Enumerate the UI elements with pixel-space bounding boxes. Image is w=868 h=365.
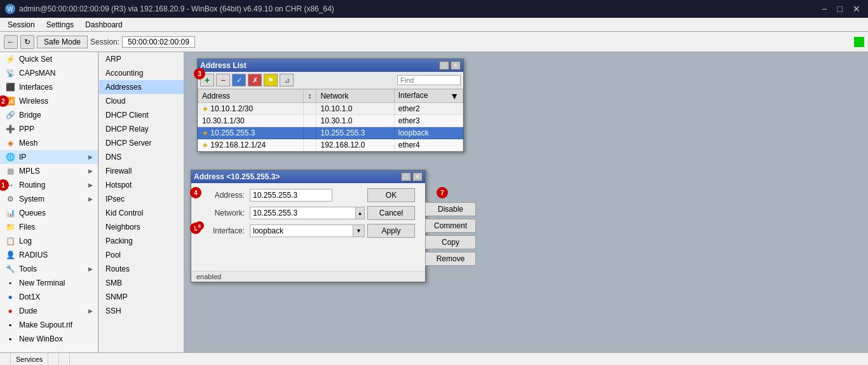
addr-comment-button[interactable]: ⚑ (264, 74, 278, 86)
interface-dropdown-arrow[interactable]: 6 ▼ (353, 224, 365, 237)
sidebar-item-quick-set[interactable]: ⚡ Quick Set (0, 52, 98, 66)
col-sort[interactable]: ↕ (304, 90, 316, 103)
table-row[interactable]: ★ 192.168.12.1/24 192.168.12.0 ether4 (198, 139, 463, 151)
apply-button[interactable]: Apply (367, 224, 415, 238)
sidebar-item-tools[interactable]: 🔧 Tools ▶ (0, 262, 98, 276)
toolbar: ← ↻ Safe Mode Session: 50:00:00:02:00:09 (0, 32, 868, 52)
minimize-button[interactable]: − (819, 4, 829, 14)
col-interface[interactable]: Interface ▼ (394, 90, 463, 103)
submenu-ipsec[interactable]: IPsec (99, 192, 184, 206)
addr-list-minimize[interactable]: □ (439, 61, 449, 70)
address-table: Address ↕ Network Interface ▼ (198, 89, 463, 151)
remove-button[interactable]: Remove (425, 252, 476, 266)
back-button[interactable]: ← (4, 35, 18, 49)
sidebar-item-new-winbox[interactable]: ▪ New WinBox (0, 332, 98, 346)
submenu-hotspot[interactable]: Hotspot (99, 178, 184, 192)
app-icon: W (5, 4, 15, 14)
ip-icon: 🌐 (5, 153, 15, 162)
submenu-dhcp-relay[interactable]: DHCP Relay (99, 122, 184, 136)
submenu-arp[interactable]: ARP (99, 52, 184, 66)
sidebar-item-bridge[interactable]: 🔗 Bridge (0, 108, 98, 122)
close-button[interactable]: ✕ (850, 4, 863, 14)
sidebar-item-system[interactable]: ⚙ System ▶ (0, 192, 98, 206)
submenu-packing[interactable]: Packing (99, 234, 184, 248)
row3-interface: loopback (394, 127, 463, 139)
address-input[interactable] (250, 189, 332, 202)
submenu-smb[interactable]: SMB (99, 276, 184, 290)
submenu-kid-control[interactable]: Kid Control (99, 206, 184, 220)
sidebar-item-routing[interactable]: 1 ↔ Routing ▶ (0, 178, 98, 192)
submenu-cloud[interactable]: Cloud (99, 94, 184, 108)
sidebar-item-dude[interactable]: ● Dude ▶ (0, 304, 98, 318)
title-bar-text: admin@50:00:00:02:00:09 (R3) via 192.168… (19, 4, 334, 13)
submenu-accounting[interactable]: Accounting (99, 66, 184, 80)
network-input[interactable] (250, 207, 356, 219)
sidebar-item-ip[interactable]: 🌐 IP ▶ (0, 150, 98, 164)
submenu-snmp[interactable]: SNMP (99, 290, 184, 304)
sidebar-item-radius[interactable]: 👤 RADIUS (0, 248, 98, 262)
tools-icon: 🔧 (5, 265, 15, 273)
interface-select[interactable]: loopback ether2 ether3 ether4 (250, 224, 353, 237)
submenu-ssh[interactable]: SSH (99, 304, 184, 318)
sidebar-item-make-supout[interactable]: ▪ Make Supout.rif (0, 318, 98, 332)
network-spin-up[interactable]: ▲ (356, 207, 365, 219)
address-list-toolbar: 3 + − ✓ ✗ ⚑ ⊿ (198, 72, 463, 89)
table-row[interactable]: ★ 10.10.1.2/30 10.10.1.0 ether2 (198, 103, 463, 115)
addr-edit-close[interactable]: ✕ (412, 172, 423, 181)
addr-add-button[interactable]: + (200, 74, 214, 86)
sidebar-item-interfaces[interactable]: ⬛ Interfaces (0, 80, 98, 94)
address-list-window: Address List □ ✕ 3 + − ✓ ✗ ⚑ ⊿ (197, 59, 464, 152)
submenu-firewall[interactable]: Firewall (99, 164, 184, 178)
addr-list-close[interactable]: ✕ (451, 61, 461, 70)
sidebar-label-log: Log (19, 237, 32, 245)
submenu-dhcp-client[interactable]: DHCP Client (99, 108, 184, 122)
ok-button[interactable]: OK (367, 188, 415, 202)
submenu-addresses[interactable]: Addresses (99, 80, 184, 94)
address-edit-title-bar[interactable]: Address <10.255.255.3> □ ✕ (191, 170, 425, 183)
col-address[interactable]: Address (198, 90, 304, 103)
disable-button[interactable]: Disable (425, 202, 476, 216)
find-input[interactable] (397, 75, 461, 85)
addr-enable-button[interactable]: ✓ (232, 74, 246, 86)
title-bar-left: W admin@50:00:00:02:00:09 (R3) via 192.1… (5, 4, 334, 14)
sidebar-item-ppp[interactable]: ➕ PPP (0, 122, 98, 136)
system-icon: ⚙ (5, 195, 15, 203)
submenu-pool[interactable]: Pool (99, 248, 184, 262)
sidebar-item-dot1x[interactable]: ● Dot1X (0, 290, 98, 304)
sidebar-item-mesh[interactable]: ◈ Mesh (0, 136, 98, 150)
sidebar-item-capsman[interactable]: 📡 CAPsMAN (0, 66, 98, 80)
refresh-button[interactable]: ↻ (20, 35, 34, 49)
mpls-arrow: ▶ (88, 168, 93, 174)
menu-session[interactable]: Session (3, 19, 40, 31)
interface-label: Interface: (199, 226, 250, 235)
sidebar-item-log[interactable]: 📋 Log (0, 234, 98, 248)
address-list-title-bar[interactable]: Address List □ ✕ (198, 59, 463, 72)
submenu-neighbors[interactable]: Neighbors (99, 220, 184, 234)
comment-button[interactable]: Comment (425, 219, 476, 233)
interfaces-icon: ⬛ (5, 83, 15, 92)
safe-mode-button[interactable]: Safe Mode (37, 36, 88, 48)
menu-dashboard[interactable]: Dashboard (80, 19, 128, 31)
submenu-dns[interactable]: DNS (99, 150, 184, 164)
maximize-button[interactable]: □ (835, 4, 845, 14)
submenu-routes[interactable]: Routes (99, 262, 184, 276)
addr-disable-button[interactable]: ✗ (248, 74, 262, 86)
addr-filter-button[interactable]: ⊿ (280, 74, 294, 86)
sidebar-item-wireless[interactable]: 2 📶 Wireless (0, 94, 98, 108)
sidebar-item-new-terminal[interactable]: ▪ New Terminal (0, 276, 98, 290)
sidebar-item-mpls[interactable]: ▦ MPLS ▶ (0, 164, 98, 178)
copy-button[interactable]: Copy (425, 235, 476, 249)
sidebar-item-files[interactable]: 📁 Files (0, 220, 98, 234)
table-row-selected[interactable]: ★ 10.255.255.3 10.255.255.3 loopback (198, 127, 463, 139)
menu-settings[interactable]: Settings (41, 19, 79, 31)
system-arrow: ▶ (88, 196, 93, 202)
table-row[interactable]: 10.30.1.1/30 10.30.1.0 ether3 (198, 115, 463, 127)
sidebar-label-capsman: CAPsMAN (19, 69, 55, 78)
submenu-dhcp-server[interactable]: DHCP Server (99, 136, 184, 150)
sidebar-item-queues[interactable]: 📊 Queues (0, 206, 98, 220)
addr-remove-button[interactable]: − (216, 74, 230, 86)
addr-edit-minimize[interactable]: □ (401, 172, 411, 181)
col-network[interactable]: Network (316, 90, 394, 103)
cancel-button[interactable]: Cancel (367, 206, 415, 220)
bottom-seg-services[interactable]: Services (11, 353, 48, 365)
